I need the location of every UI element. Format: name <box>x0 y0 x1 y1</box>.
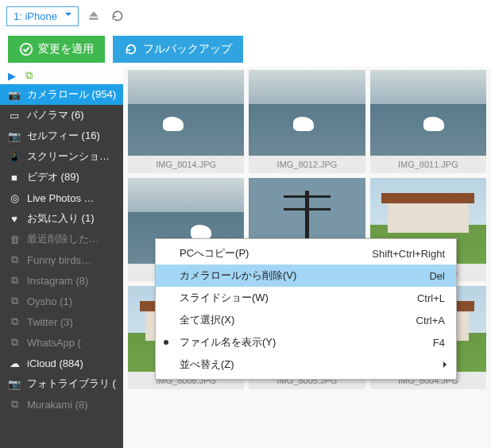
thumbnail-image <box>249 70 365 156</box>
thumbnail-image <box>370 70 486 156</box>
sidebar-item-label: WhatsApp ( <box>27 337 81 349</box>
sidebar-item-label: Instagram (8) <box>27 275 88 287</box>
sidebar-item-10[interactable]: ⧉Oysho (1) <box>0 291 123 311</box>
sidebar-item-label: 最近削除した… <box>27 232 99 246</box>
camera-icon: 📷 <box>8 89 21 101</box>
sidebar-item-6[interactable]: ♥お気に入り (1) <box>0 208 123 229</box>
menu-item-3[interactable]: 全て選択(X)Ctrl+A <box>156 309 456 331</box>
photo-tab-icon[interactable]: ⧉ <box>25 69 33 82</box>
album-icon: ⧉ <box>8 274 21 287</box>
sidebar-item-label: カメラロール (954) <box>27 87 116 102</box>
menu-item-label: 全て選択(X) <box>180 313 234 327</box>
top-toolbar: 1: iPhone <box>0 0 491 32</box>
backup-label: フルバックアップ <box>143 42 232 56</box>
sidebar-item-0[interactable]: 📷カメラロール (954) <box>0 84 123 105</box>
sidebar-item-12[interactable]: ⧉WhatsApp ( <box>0 332 123 353</box>
sidebar-item-label: Oysho (1) <box>27 295 72 307</box>
thumbnail-caption: IMG_8011.JPG <box>370 156 486 173</box>
menu-shortcut: Ctrl+A <box>416 315 445 326</box>
sidebar-item-label: スクリーンショ… <box>27 149 110 164</box>
video-icon: ■ <box>8 172 21 183</box>
sidebar-item-label: フォトライブラリ ( <box>27 377 116 391</box>
context-menu: PCへコピー(P)Shift+Ctrl+Rightカメラロールから削除(V)De… <box>155 238 457 380</box>
sidebar-item-label: Murakami (8) <box>27 399 88 411</box>
thumbnail[interactable]: IMG_8011.JPG <box>370 70 486 173</box>
album-icon: ⧉ <box>8 253 21 266</box>
thumbnail-caption: IMG_8012.JPG <box>249 156 365 173</box>
sidebar-item-9[interactable]: ⧉Instagram (8) <box>0 270 123 291</box>
sidebar-item-8[interactable]: ⧉Funny birds… <box>0 249 123 270</box>
menu-shortcut: Ctrl+L <box>417 292 445 304</box>
album-icon: ⧉ <box>8 398 21 411</box>
sidebar-item-7[interactable]: 🗑最近削除した… <box>0 229 123 249</box>
menu-item-2[interactable]: スライドショー(W)Ctrl+L <box>156 287 456 309</box>
sidebar-item-1[interactable]: ▭パノラマ (6) <box>0 105 123 126</box>
heart-icon: ♥ <box>8 213 21 225</box>
menu-item-4[interactable]: ファイル名を表示(Y)F4 <box>156 331 456 353</box>
pano-icon: ▭ <box>8 110 21 122</box>
menu-item-0[interactable]: PCへコピー(P)Shift+Ctrl+Right <box>156 242 456 265</box>
sidebar: ▶ ⧉ 📷カメラロール (954)▭パノラマ (6)📷セルフィー (16)📱スク… <box>0 67 123 448</box>
sidebar-item-label: Funny birds… <box>27 254 91 266</box>
sidebar-item-11[interactable]: ⧉Twitter (3) <box>0 311 123 332</box>
sidebar-tabs: ▶ ⧉ <box>0 67 123 84</box>
phone-icon: 📱 <box>8 151 21 163</box>
thumbnail-image <box>128 70 244 156</box>
thumbnail-caption: IMG_8014.JPG <box>128 156 244 173</box>
trash-icon: 🗑 <box>8 234 21 245</box>
selfie-icon: 📷 <box>8 130 21 142</box>
thumbnail-area: IMG_8014.JPGIMG_8012.JPGIMG_8011.JPGIMG_… <box>123 67 491 448</box>
live-icon: ◎ <box>8 192 21 204</box>
device-name: 1: iPhone <box>14 10 57 22</box>
full-backup-button[interactable]: フルバックアップ <box>113 36 243 63</box>
cloud-icon: ☁ <box>8 357 21 369</box>
sidebar-item-4[interactable]: ■ビデオ (89) <box>0 167 123 187</box>
sidebar-item-13[interactable]: ☁iCloud (884) <box>0 353 123 373</box>
album-icon: ⧉ <box>8 315 21 328</box>
menu-shortcut: F4 <box>433 337 445 349</box>
menu-item-label: スライドショー(W) <box>180 291 269 305</box>
menu-item-label: 並べ替え(Z) <box>180 357 234 372</box>
sidebar-item-2[interactable]: 📷セルフィー (16) <box>0 126 123 146</box>
sidebar-item-label: ビデオ (89) <box>27 170 79 184</box>
submenu-arrow-icon <box>443 361 450 368</box>
sidebar-item-label: お気に入り (1) <box>27 211 95 226</box>
sidebar-item-label: Live Photos … <box>27 192 95 204</box>
menu-item-label: PCへコピー(P) <box>180 246 249 261</box>
menu-item-1[interactable]: カメラロールから削除(V)Del <box>156 265 456 287</box>
eject-icon[interactable] <box>85 7 102 25</box>
menu-shortcut: Del <box>429 270 445 282</box>
menu-item-5[interactable]: 並べ替え(Z) <box>156 353 456 376</box>
action-toolbar: 変更を適用 フルバックアップ <box>0 32 491 67</box>
apply-label: 変更を適用 <box>38 42 94 56</box>
refresh-circle-icon <box>124 42 138 56</box>
play-folder-icon[interactable]: ▶ <box>8 70 16 82</box>
sidebar-item-label: Twitter (3) <box>27 316 73 328</box>
sidebar-item-label: パノラマ (6) <box>27 108 84 122</box>
photolib-icon: 📷 <box>8 378 21 390</box>
refresh-icon[interactable] <box>109 7 126 25</box>
menu-shortcut: Shift+Ctrl+Right <box>372 248 445 260</box>
bullet-icon <box>164 340 168 345</box>
svg-point-1 <box>21 44 32 55</box>
menu-item-label: ファイル名を表示(Y) <box>180 335 276 350</box>
sidebar-item-label: セルフィー (16) <box>27 129 100 143</box>
sidebar-item-5[interactable]: ◎Live Photos … <box>0 187 123 208</box>
apply-changes-button[interactable]: 変更を適用 <box>8 36 105 63</box>
sidebar-item-3[interactable]: 📱スクリーンショ… <box>0 146 123 167</box>
svg-rect-0 <box>89 17 98 19</box>
device-selector[interactable]: 1: iPhone <box>6 6 79 26</box>
album-icon: ⧉ <box>8 295 21 307</box>
check-icon <box>19 42 33 56</box>
menu-item-label: カメラロールから削除(V) <box>180 268 296 283</box>
sidebar-item-15[interactable]: ⧉Murakami (8) <box>0 394 123 415</box>
sidebar-item-label: iCloud (884) <box>27 357 83 369</box>
thumbnail[interactable]: IMG_8014.JPG <box>128 70 244 173</box>
album-icon: ⧉ <box>8 336 21 349</box>
sidebar-item-14[interactable]: 📷フォトライブラリ ( <box>0 373 123 394</box>
thumbnail[interactable]: IMG_8012.JPG <box>249 70 365 173</box>
